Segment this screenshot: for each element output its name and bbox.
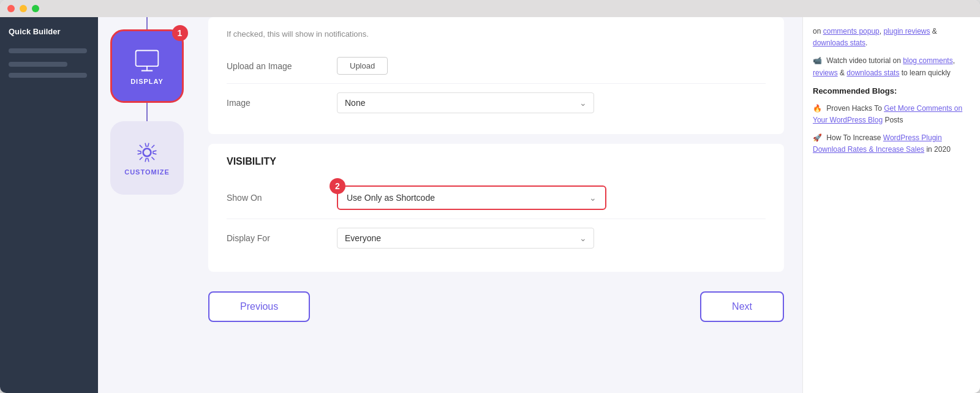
top-form-section: If checked, this will show in notificati… <box>208 17 784 134</box>
display-for-row: Display For Everyone Logged In Logged Ou… <box>227 219 766 257</box>
image-row: Image None Image 1 Image 2 ⌄ <box>227 84 766 122</box>
blog-link-2[interactable]: WordPress Plugin Download Rates & Increa… <box>813 133 942 154</box>
blog-item-2: 🚀 How To Increase WordPress Plugin Downl… <box>813 132 970 155</box>
sidebar-bar-1 <box>9 48 87 53</box>
recommended-blogs-title: Recommended Blogs: <box>813 85 970 98</box>
display-step-badge: 1 <box>172 25 188 41</box>
window-content: Quick Builder 1 <box>0 17 980 393</box>
sidebar-bar-3 <box>9 73 87 78</box>
monitor-icon <box>134 47 160 74</box>
image-control: None Image 1 Image 2 ⌄ <box>337 92 766 113</box>
show-on-badge: 2 <box>330 178 345 194</box>
upload-button[interactable]: Upload <box>337 57 388 75</box>
image-select[interactable]: None Image 1 Image 2 <box>337 92 594 113</box>
sidebar: Quick Builder <box>0 17 98 393</box>
show-on-wrapper: 2 Use Only as Shortcode All Pages Homepa… <box>337 185 606 210</box>
right-panel: on comments popup, plugin reviews & down… <box>802 17 980 393</box>
step-customize[interactable]: CUSTOMIZE <box>110 121 184 195</box>
svg-rect-0 <box>136 51 159 67</box>
show-on-control: 2 Use Only as Shortcode All Pages Homepa… <box>337 185 766 210</box>
customize-step-icon: CUSTOMIZE <box>110 121 184 195</box>
display-for-label: Display For <box>227 233 337 243</box>
downloads-stats-link2[interactable]: downloads stats <box>846 69 899 77</box>
blog-comments-link[interactable]: blog comments <box>903 56 952 65</box>
upload-row: Upload an Image Upload <box>227 48 766 84</box>
form-area: If checked, this will show in notificati… <box>196 17 802 393</box>
customize-step-label: CUSTOMIZE <box>124 168 170 176</box>
upload-label: Upload an Image <box>227 61 337 71</box>
display-step-label: DISPLAY <box>130 78 164 85</box>
app-title: Quick Builder <box>0 24 98 46</box>
right-panel-intro: on comments popup, plugin reviews & down… <box>813 26 970 49</box>
image-select-wrapper: None Image 1 Image 2 ⌄ <box>337 92 594 113</box>
gear-icon <box>135 140 159 165</box>
connector-mid <box>146 103 148 121</box>
svg-point-4 <box>143 148 151 156</box>
main-area: 1 DISPLAY <box>98 17 802 393</box>
blog-link-1[interactable]: Get More Comments on Your WordPress Blog <box>813 104 962 124</box>
reviews-link[interactable]: reviews <box>813 69 838 77</box>
app-window: Quick Builder 1 <box>0 0 980 393</box>
show-on-label: Show On <box>227 193 337 203</box>
display-for-control: Everyone Logged In Logged Out ⌄ <box>337 228 766 249</box>
image-label: Image <box>227 98 337 108</box>
plugin-reviews-link[interactable]: plugin reviews <box>883 27 930 36</box>
title-bar <box>0 0 980 17</box>
display-for-select[interactable]: Everyone Logged In Logged Out <box>337 228 594 249</box>
upload-control: Upload <box>337 57 766 75</box>
fire-emoji: 🔥 <box>813 104 822 113</box>
steps-nav: 1 DISPLAY <box>98 17 196 393</box>
show-on-row: Show On 2 Use Only as Shortcode All Page… <box>227 177 766 219</box>
next-button[interactable]: Next <box>700 291 784 322</box>
sidebar-bar-2 <box>9 62 67 67</box>
display-step-icon: 1 DISPLAY <box>110 29 184 103</box>
video-icon: 📹 <box>813 56 822 65</box>
notification-text: If checked, this will show in notificati… <box>227 29 766 48</box>
previous-button[interactable]: Previous <box>208 291 310 322</box>
visibility-title: VISIBILITY <box>227 156 766 167</box>
display-for-select-wrapper: Everyone Logged In Logged Out ⌄ <box>337 228 594 249</box>
comments-popup-link[interactable]: comments popup <box>823 27 880 36</box>
maximize-button[interactable] <box>32 5 39 12</box>
connector-top <box>146 17 148 29</box>
visibility-section: VISIBILITY Show On 2 Use Only as Shortco… <box>208 144 784 272</box>
right-panel-video: 📹 Watch video tutorial on blog comments,… <box>813 55 970 78</box>
blog-item-1: 🔥 Proven Hacks To Get More Comments on Y… <box>813 103 970 126</box>
downloads-stats-link[interactable]: downloads stats <box>813 39 865 47</box>
close-button[interactable] <box>7 5 15 12</box>
step-display[interactable]: 1 DISPLAY <box>110 29 184 103</box>
rocket-emoji: 🚀 <box>813 133 822 142</box>
show-on-select[interactable]: Use Only as Shortcode All Pages Homepage… <box>339 188 604 208</box>
minimize-button[interactable] <box>20 5 27 12</box>
center-content: If checked, this will show in notificati… <box>196 17 802 393</box>
bottom-nav: Previous Next <box>208 282 784 334</box>
show-on-select-wrapper: Use Only as Shortcode All Pages Homepage… <box>339 188 604 208</box>
